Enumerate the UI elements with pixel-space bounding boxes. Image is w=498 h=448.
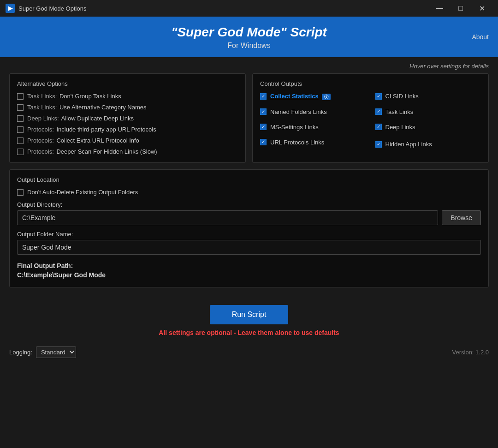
- list-item: Protocols: Include third-party app URL P…: [17, 126, 238, 133]
- control-outputs-panel: Control Outputs Collect Statistics 🛈 CLS…: [252, 73, 489, 163]
- url-protocols-label: URL Protocols Links: [270, 139, 324, 146]
- directory-label: Output Directory:: [17, 201, 481, 208]
- named-folders-checkbox[interactable]: [260, 108, 267, 115]
- named-folders-label: Named Folders Links: [270, 108, 327, 115]
- alternative-options-panel: Alternative Options Task Links: Don't Gr…: [9, 73, 246, 163]
- protocols-deep-checkbox[interactable]: [17, 149, 24, 155]
- minimize-button[interactable]: —: [429, 0, 450, 17]
- list-item: Task Links: Don't Group Task Links: [17, 93, 238, 100]
- final-path-section: Final Output Path: C:\Example\Super God …: [17, 262, 481, 279]
- collect-stats-info-icon[interactable]: 🛈: [322, 94, 331, 100]
- protocols-extra-label: Protocols: Collect Extra URL Protocol In…: [27, 137, 139, 144]
- collect-stats-checkbox[interactable]: [260, 93, 267, 100]
- directory-input[interactable]: [17, 210, 438, 225]
- hidden-app-checkbox[interactable]: [375, 141, 382, 148]
- clsid-links-checkbox[interactable]: [375, 93, 382, 100]
- final-path-value: C:\Example\Super God Mode: [17, 271, 481, 279]
- options-panels-row: Alternative Options Task Links: Don't Gr…: [9, 73, 489, 163]
- app-header: "Super God Mode" Script For Windows Abou…: [0, 17, 498, 57]
- control-outputs-grid: Collect Statistics 🛈 CLSID Links Named F…: [260, 93, 481, 150]
- title-bar: ▶ Super God Mode Options — □ ✕: [0, 0, 498, 17]
- ms-settings-checkbox[interactable]: [260, 124, 267, 130]
- list-item: URL Protocols Links: [260, 139, 366, 146]
- version-text: Version: 1.2.0: [452, 349, 489, 356]
- no-auto-delete-label: Don't Auto-Delete Existing Output Folder…: [27, 189, 138, 196]
- url-protocols-checkbox[interactable]: [260, 139, 267, 145]
- close-button[interactable]: ✕: [471, 0, 492, 17]
- title-bar-text: Super God Mode Options: [18, 5, 429, 12]
- final-path-label: Final Output Path:: [17, 262, 481, 269]
- collect-stats-label[interactable]: Collect Statistics 🛈: [270, 93, 331, 100]
- logging-label: Logging:: [9, 349, 32, 356]
- ms-settings-label: MS-Settings Links: [270, 124, 319, 131]
- hidden-app-label: Hidden App Links: [385, 141, 432, 148]
- protocols-deep-label: Protocols: Deeper Scan For Hidden Links …: [27, 148, 157, 155]
- optional-hint-text: All settings are optional - Leave them a…: [159, 329, 339, 336]
- list-item: Task Links: [375, 108, 481, 115]
- logging-row: Logging: Standard Verbose None: [9, 346, 76, 358]
- footer: Logging: Standard Verbose None Version: …: [0, 344, 498, 364]
- main-content: Hover over settings for details Alternat…: [0, 57, 498, 300]
- protocols-3rd-checkbox[interactable]: [17, 126, 24, 133]
- title-bar-controls: — □ ✕: [429, 0, 492, 17]
- clsid-links-label: CLSID Links: [385, 93, 419, 100]
- list-item: CLSID Links: [375, 93, 481, 100]
- bottom-section: Run Script All settings are optional - L…: [0, 300, 498, 344]
- list-item: Deep Links: [375, 124, 481, 131]
- control-outputs-title: Control Outputs: [260, 80, 481, 87]
- task-links-group-checkbox[interactable]: [17, 93, 24, 100]
- list-item: MS-Settings Links: [260, 124, 366, 131]
- task-links-out-label: Task Links: [385, 108, 414, 115]
- list-item: Collect Statistics 🛈: [260, 93, 366, 100]
- browse-button[interactable]: Browse: [442, 210, 481, 225]
- folder-name-label: Output Folder Name:: [17, 231, 481, 238]
- task-links-alt-label: Task Links: Use Alternative Category Nam…: [27, 104, 147, 111]
- no-auto-delete-checkbox[interactable]: [17, 189, 24, 196]
- task-links-group-label: Task Links: Don't Group Task Links: [27, 93, 121, 100]
- collect-stats-link[interactable]: Collect Statistics: [270, 93, 319, 100]
- deep-links-dup-label: Deep Links: Allow Duplicate Deep Links: [27, 115, 134, 122]
- list-item: Protocols: Collect Extra URL Protocol In…: [17, 137, 238, 144]
- app-title: "Super God Mode" Script: [9, 25, 489, 40]
- alternative-options-title: Alternative Options: [17, 80, 238, 87]
- task-links-out-checkbox[interactable]: [375, 108, 382, 115]
- output-location-panel: Output Location Don't Auto-Delete Existi…: [9, 169, 489, 287]
- list-item: Hidden App Links: [375, 139, 481, 150]
- deep-links-dup-checkbox[interactable]: [17, 115, 24, 122]
- app-icon: ▶: [6, 4, 15, 13]
- run-script-button[interactable]: Run Script: [210, 305, 289, 324]
- list-item: Protocols: Deeper Scan For Hidden Links …: [17, 148, 238, 155]
- folder-name-input[interactable]: [17, 240, 481, 255]
- hover-hint-text: Hover over settings for details: [9, 63, 489, 70]
- list-item: Deep Links: Allow Duplicate Deep Links: [17, 115, 238, 122]
- output-subpanel: Output Location Don't Auto-Delete Existi…: [9, 169, 489, 287]
- no-auto-delete-row: Don't Auto-Delete Existing Output Folder…: [17, 189, 481, 196]
- maximize-button[interactable]: □: [450, 0, 471, 17]
- app-subtitle: For Windows: [9, 42, 489, 50]
- protocols-3rd-label: Protocols: Include third-party app URL P…: [27, 126, 156, 133]
- output-location-title: Output Location: [17, 176, 481, 183]
- directory-input-row: Browse: [17, 210, 481, 225]
- deep-links-out-checkbox[interactable]: [375, 124, 382, 130]
- deep-links-out-label: Deep Links: [385, 124, 415, 131]
- logging-select[interactable]: Standard Verbose None: [36, 346, 76, 358]
- about-link[interactable]: About: [472, 33, 489, 41]
- list-item: Task Links: Use Alternative Category Nam…: [17, 104, 238, 111]
- task-links-alt-checkbox[interactable]: [17, 104, 24, 111]
- list-item: Named Folders Links: [260, 108, 366, 115]
- protocols-extra-checkbox[interactable]: [17, 137, 24, 144]
